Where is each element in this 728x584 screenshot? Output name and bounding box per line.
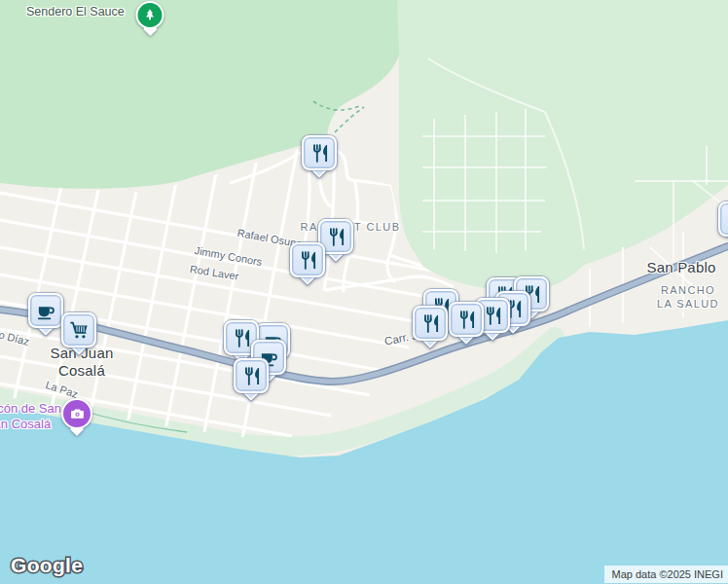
restaurant-marker[interactable] — [302, 135, 337, 176]
restaurant-marker[interactable] — [290, 242, 325, 283]
restaurant-icon — [231, 327, 253, 349]
map-attribution: Map data ©2025 INEGI — [604, 566, 728, 583]
restaurant-icon — [309, 142, 331, 164]
pine-tree-icon — [142, 7, 159, 23]
coffee-cup-icon — [35, 300, 57, 322]
restaurant-icon — [455, 309, 478, 331]
restaurant-marker[interactable] — [413, 306, 448, 347]
cafe-marker[interactable] — [28, 293, 63, 334]
restaurant-icon — [240, 365, 263, 387]
grocery-marker[interactable] — [61, 312, 96, 353]
map-viewport[interactable]: Sendero El Sauce RACQUET CLUB Rafael Osu… — [0, 0, 728, 584]
restaurant-marker[interactable] — [234, 358, 269, 399]
shopping-cart-icon — [68, 319, 91, 342]
park-marker[interactable] — [136, 1, 164, 35]
restaurant-icon — [325, 226, 347, 248]
attraction-marker[interactable] — [61, 398, 92, 435]
restaurant-icon — [297, 249, 319, 272]
camera-icon — [69, 406, 86, 422]
restaurant-icon — [419, 312, 442, 335]
google-logo[interactable]: Google — [8, 552, 90, 579]
restaurant-icon — [725, 208, 728, 231]
restaurant-marker[interactable] — [718, 201, 728, 242]
restaurant-marker[interactable] — [449, 302, 484, 343]
restaurant-icon — [482, 305, 504, 327]
svg-text:Google: Google — [11, 554, 83, 576]
